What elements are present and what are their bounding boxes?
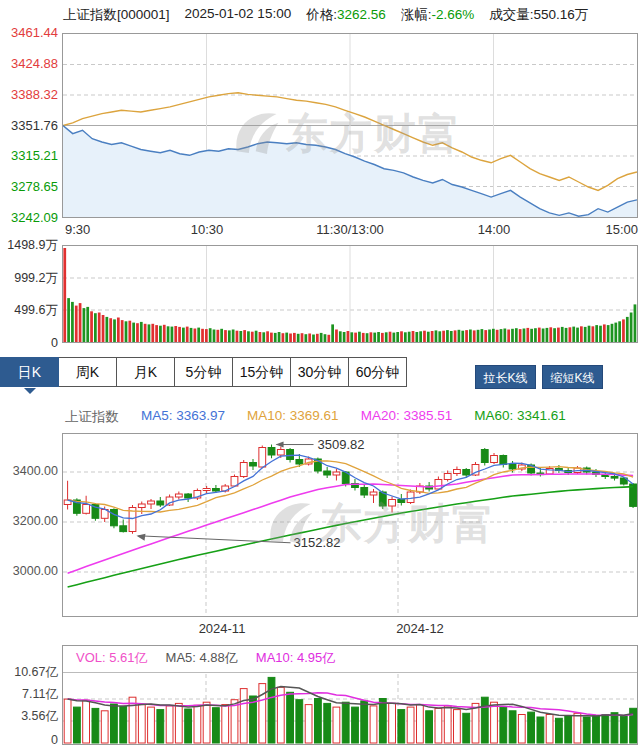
volume-legend-label: VOL: 5.61亿: [76, 649, 148, 667]
tab-月K[interactable]: 月K: [116, 357, 175, 387]
intraday-y-label: 3315.21: [0, 149, 58, 163]
time-label: 14:00: [478, 222, 511, 237]
stock-chart-app: 上证指数[000001] 2025-01-02 15:00 价格:3262.56…: [0, 0, 641, 747]
daily-volume-y-label: 3.56亿: [0, 709, 58, 723]
ma-label: MA10: 3369.61: [247, 408, 339, 426]
daily-volume-y-label: 10.67亿: [0, 665, 58, 679]
kline-x-label: 2024-12: [396, 621, 444, 636]
ma-label: MA20: 3385.51: [361, 408, 453, 426]
intraday-y-label: 3242.09: [0, 211, 58, 225]
kline-x-label: 2024-11: [199, 621, 246, 636]
tab-5分钟[interactable]: 5分钟: [174, 357, 233, 387]
volume-legend-label: MA10: 4.95亿: [256, 649, 336, 667]
intraday-volume-y-label: 999.2万: [0, 271, 58, 285]
intraday-chart-panel: [62, 33, 638, 218]
tab-30分钟[interactable]: 30分钟: [290, 357, 349, 387]
legend-divider: [63, 672, 637, 673]
price-field: 价格:3262.56: [306, 6, 386, 24]
kline-y-label: 3400.00: [0, 464, 58, 478]
intraday-chart: [63, 34, 637, 217]
intraday-y-label: 3388.32: [0, 88, 58, 102]
volume-legend-label: MA5: 4.88亿: [166, 649, 238, 667]
intraday-volume-y-label: 499.6万: [0, 303, 58, 317]
kline-chart: 3509.823152.82: [63, 434, 637, 616]
intraday-y-label: 3461.44: [0, 26, 58, 40]
quote-datetime: 2025-01-02 15:00: [185, 6, 292, 24]
time-label: 15:00: [605, 222, 638, 237]
tab-日K[interactable]: 日K: [0, 357, 59, 387]
ma-legend: MA5: 3363.97MA10: 3369.61MA20: 3385.51MA…: [141, 408, 566, 426]
kline-chart-panel: 3509.823152.82: [62, 433, 638, 617]
svg-text:3152.82: 3152.82: [293, 535, 340, 550]
intraday-volume-y-label: 0: [0, 336, 58, 350]
intraday-volume-panel: [62, 245, 638, 343]
kline-y-label: 3200.00: [0, 514, 58, 528]
svg-text:3509.82: 3509.82: [318, 437, 365, 452]
shrink-kline-button[interactable]: 缩短K线: [542, 365, 603, 389]
kline-y-label: 3000.00: [0, 564, 58, 578]
stretch-kline-button[interactable]: 拉长K线: [475, 365, 536, 389]
tab-周K[interactable]: 周K: [58, 357, 117, 387]
ma-label: MA5: 3363.97: [141, 408, 225, 426]
change-value: -2.66%: [432, 7, 475, 22]
intraday-y-label: 3278.65: [0, 180, 58, 194]
intraday-volume-y-label: 1498.9万: [0, 238, 58, 252]
kline-header: 上证指数 MA5: 3363.97MA10: 3369.61MA20: 3385…: [65, 408, 566, 426]
daily-volume-legend: VOL: 5.61亿MA5: 4.88亿MA10: 4.95亿: [76, 649, 335, 667]
daily-volume-chart: [63, 674, 637, 744]
intraday-y-label: 3424.88: [0, 57, 58, 71]
time-label: 11:30/13:00: [316, 222, 384, 237]
time-label: 9:30: [65, 222, 90, 237]
quote-header: 上证指数[000001] 2025-01-02 15:00 价格:3262.56…: [63, 6, 588, 24]
ma-label: MA60: 3341.61: [474, 408, 566, 426]
tab-15分钟[interactable]: 15分钟: [232, 357, 291, 387]
volume-field: 成交量:550.16万: [489, 6, 588, 24]
stock-title: 上证指数[000001]: [63, 6, 170, 24]
intraday-y-label: 3351.76: [0, 119, 58, 133]
change-field: 涨幅:-2.66%: [401, 6, 475, 24]
time-label: 10:30: [191, 222, 224, 237]
volume-value: 550.16万: [534, 7, 589, 22]
kline-title: 上证指数: [65, 408, 119, 426]
price-value: 3262.56: [337, 7, 386, 22]
tab-60分钟[interactable]: 60分钟: [348, 357, 407, 387]
kline-period-tabbar: 日K周K月K5分钟15分钟30分钟60分钟: [0, 357, 407, 387]
intraday-volume-chart: [63, 246, 637, 342]
daily-volume-y-label: 7.11亿: [0, 687, 58, 701]
daily-volume-y-label: 0: [0, 733, 58, 747]
